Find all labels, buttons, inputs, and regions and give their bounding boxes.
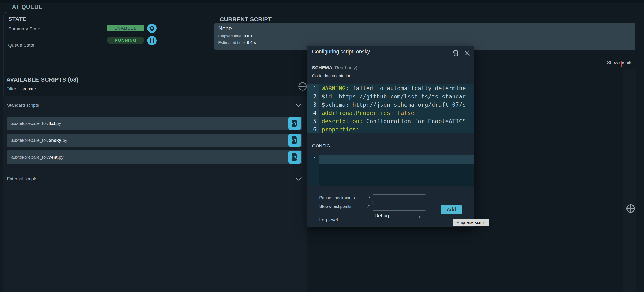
code-text: WARNING: failed to automatically determi… — [322, 84, 466, 92]
code-text: $schema: http://json-schema.org/draft-07… — [322, 100, 466, 109]
move-target-icon[interactable] — [626, 204, 635, 214]
schema-code-line: 2$id: https://github.com/lsst-ts/ts_stan… — [308, 92, 474, 100]
add-button[interactable]: Add — [440, 205, 462, 214]
standard-scripts-chevron-icon[interactable] — [296, 104, 302, 108]
current-script-heading: CURRENT SCRIPT — [220, 16, 272, 23]
current-script-name: None — [218, 25, 631, 32]
script-path: auxtel/prepare_for/flat.py — [11, 121, 61, 126]
configure-script-button[interactable] — [288, 151, 301, 164]
schema-code-line: 4additionalProperties: false — [308, 109, 474, 117]
filter-label: Filter: — [6, 86, 18, 91]
configure-script-dialog: Configuring script: onsky SCHEMA (Read o… — [308, 46, 474, 227]
standard-scripts-group[interactable]: Standard scripts — [7, 103, 39, 108]
external-scripts-chevron-icon[interactable] — [296, 177, 302, 182]
external-scripts-group[interactable]: External scripts — [7, 176, 38, 181]
summary-state-config-button[interactable] — [147, 24, 156, 33]
stop-checkpoints-label: Stop checkpoints — [319, 204, 351, 209]
documentation-link[interactable]: Go to documentation — [312, 74, 351, 78]
elapsed-time-row: Elapsed time: 0.0 s — [218, 34, 631, 38]
configure-script-button[interactable] — [288, 134, 301, 147]
code-text: properties: — [322, 125, 360, 133]
close-dialog-button[interactable] — [464, 50, 470, 58]
filter-input[interactable] — [18, 84, 87, 94]
script-path: auxtel/prepare_for/onsky.py — [11, 138, 67, 143]
enqueue-script-tooltip: Enqueue script — [452, 219, 489, 226]
chevron-down-icon: ▼ — [621, 61, 622, 68]
close-icon — [464, 54, 470, 57]
run-script-icon — [290, 152, 299, 162]
log-level-select[interactable]: Debug — [374, 213, 389, 219]
code-text: additionalProperties: false — [322, 109, 414, 117]
estimated-time-value: 0.0 s — [247, 40, 256, 45]
configure-script-button[interactable] — [288, 117, 301, 130]
run-script-icon — [290, 136, 299, 145]
config-active-line — [319, 155, 474, 164]
background-band — [623, 69, 636, 292]
schema-readonly-note: (Read only) — [334, 65, 358, 70]
pause-checkpoints-label: Pause checkpoints — [319, 196, 355, 200]
queue-state-label: Queue State — [8, 42, 34, 48]
schema-code-line: 3$schema: http://json-schema.org/draft-0… — [308, 100, 474, 109]
line-number: 5 — [308, 117, 319, 125]
config-line-number: 1 — [308, 155, 319, 164]
config-heading: CONFIG — [312, 143, 330, 149]
rotate-panel-icon — [451, 54, 460, 58]
queue-pause-button[interactable] — [147, 36, 156, 45]
pause-checkpoints-input[interactable] — [372, 194, 426, 202]
pause-icon — [150, 38, 154, 43]
gear-icon — [149, 25, 155, 32]
script-row[interactable]: auxtel/prepare_for/vent.py — [7, 150, 302, 164]
top-strip — [0, 0, 644, 3]
elapsed-time-value: 0.0 s — [244, 34, 252, 38]
text-caret — [322, 156, 322, 162]
line-number: 3 — [308, 100, 319, 109]
config-editor[interactable]: 1 — [308, 155, 474, 186]
group-divider — [7, 174, 302, 174]
code-text: $id: https://github.com/lsst-ts/ts_stand… — [322, 92, 466, 100]
schema-editor: 1WARNING: failed to automatically determ… — [308, 84, 474, 133]
script-path: auxtel/prepare_for/vent.py — [11, 155, 64, 160]
schema-code-line: 6▾properties: — [308, 125, 474, 133]
dropdown-caret-icon[interactable]: ▼ — [418, 215, 421, 219]
pause-regex-hint: .* — [367, 196, 370, 200]
summary-state-badge: ENABLED — [107, 25, 144, 32]
rotate-panel-button[interactable] — [451, 49, 460, 58]
line-number: 4 — [308, 109, 319, 117]
script-row[interactable]: auxtel/prepare_for/onsky.py — [7, 134, 302, 147]
show-details-toggle[interactable]: Show details ▼ — [607, 60, 632, 65]
dialog-title: Configuring script: onsky — [312, 48, 370, 55]
line-number: 1 — [308, 84, 319, 92]
log-level-label: Log level — [319, 217, 338, 223]
script-row[interactable]: auxtel/prepare_for/flat.py — [7, 117, 302, 130]
show-details-label: Show details — [607, 60, 632, 65]
estimated-time-row: Estimated time: 0.0 s — [218, 40, 631, 45]
schema-code-line: 5description: Configuration for EnableAT… — [308, 117, 474, 125]
schema-heading: SCHEMA (Read only) — [312, 65, 357, 70]
fold-marker-icon[interactable]: ▾ — [316, 126, 318, 133]
summary-state-label: Summary State — [8, 26, 40, 32]
stop-checkpoints-input[interactable] — [372, 203, 426, 211]
queue-state-badge: RUNNING — [107, 37, 144, 44]
available-scripts-heading: AVAILABLE SCRIPTS (68) — [6, 76, 78, 83]
available-scripts-panel: Standard scripts auxtel/prepare_for/flat… — [4, 96, 307, 292]
remove-circle-icon[interactable] — [298, 82, 307, 92]
state-heading: STATE — [8, 16, 26, 22]
line-number: 2 — [308, 92, 319, 100]
page-title: AT QUEUE — [12, 4, 43, 10]
stop-regex-hint: .* — [367, 204, 370, 209]
code-text: description: Configuration for EnableATT… — [322, 117, 466, 125]
schema-code-line: 1WARNING: failed to automatically determ… — [308, 84, 474, 92]
run-script-icon — [290, 119, 299, 128]
